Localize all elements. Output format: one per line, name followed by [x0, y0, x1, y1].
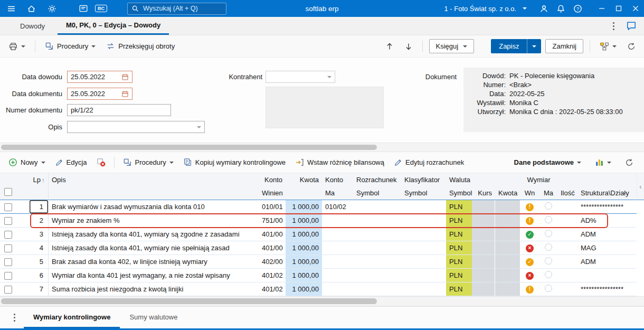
cell-klasyfikator[interactable]: [401, 255, 446, 269]
cell-kwota-waluta[interactable]: [495, 269, 520, 282]
copy-dimensions-button[interactable]: Kopiuj wymiary kontrolingowe: [180, 155, 289, 169]
grid-horizontal-scrollbar[interactable]: [0, 296, 644, 306]
column-subheader-klasyfikator-symbol[interactable]: Symbol: [401, 186, 446, 200]
search-input[interactable]: [142, 4, 222, 13]
column-header-rozrachunek[interactable]: Rozrachunek: [353, 173, 401, 186]
cell-klasyfikator[interactable]: [401, 241, 446, 255]
save-button[interactable]: Zapisz: [491, 39, 541, 53]
cell-waluta[interactable]: PLN: [446, 269, 472, 282]
column-header-waluta[interactable]: Waluta: [446, 173, 472, 186]
cell-konto-winien[interactable]: 401/00: [259, 228, 286, 241]
column-header-kurs[interactable]: Kurs: [472, 186, 495, 200]
cell-kwota[interactable]: 1 000,00: [286, 269, 322, 282]
close-document-button[interactable]: Zamknij: [545, 39, 583, 53]
cell-kurs[interactable]: [472, 269, 495, 282]
column-header-klasyfikator[interactable]: Klasyfikator: [401, 173, 446, 186]
row-checkbox[interactable]: [4, 231, 12, 239]
cell-ilosc[interactable]: [557, 214, 577, 228]
cell-struktura[interactable]: MAG: [577, 241, 637, 255]
column-group-wymiar[interactable]: Wymiar: [520, 173, 557, 186]
table-row[interactable]: 6Wymiar dla konta 401 jest wymagany, a n…: [0, 269, 637, 282]
cell-struktura[interactable]: ADM: [577, 255, 637, 269]
chart-view-button[interactable]: [592, 155, 614, 169]
grid-procedures-button[interactable]: Procedury: [120, 155, 177, 169]
grid-refresh-button[interactable]: [622, 156, 637, 169]
notifications-button[interactable]: [552, 0, 569, 17]
tab-sumy-walutowe[interactable]: Sumy walutowe: [120, 307, 187, 328]
workflow-button[interactable]: [596, 39, 620, 54]
column-subheader-rozrachunek-symbol[interactable]: Symbol: [353, 186, 401, 200]
cell-ilosc[interactable]: [557, 228, 577, 241]
cell-konto-ma[interactable]: 010/02: [322, 200, 353, 214]
cell-kurs[interactable]: [472, 282, 495, 296]
cell-struktura[interactable]: ADM: [577, 228, 637, 241]
column-header-lp[interactable]: Lp↑: [30, 173, 49, 186]
cell-kwota[interactable]: 1 000,00: [286, 214, 322, 228]
column-subheader-waluta-symbol[interactable]: Symbol: [446, 186, 472, 200]
table-row[interactable]: 4Istnieją zasady dla konta 401, wymiary …: [0, 241, 637, 255]
cell-kwota[interactable]: 1 000,00: [286, 200, 322, 214]
cell-waluta[interactable]: PLN: [446, 214, 472, 228]
cell-kwota-waluta[interactable]: [495, 241, 520, 255]
column-header-konto-ma[interactable]: Konto: [322, 173, 353, 186]
cell-ilosc[interactable]: [557, 255, 577, 269]
cell-kwota[interactable]: 1 000,00: [286, 282, 322, 296]
cell-kwota-waluta[interactable]: [495, 255, 520, 269]
splitter-scrollbar-thumb[interactable]: [1, 145, 377, 150]
cell-konto-winien[interactable]: 401/00: [259, 241, 286, 255]
help-button[interactable]: ?: [569, 0, 586, 17]
settings-button[interactable]: [43, 0, 60, 17]
cell-konto-winien[interactable]: 401/02: [259, 269, 286, 282]
transfer-turnover-button[interactable]: Przeksięguj obroty: [103, 39, 178, 53]
data-dowodu-input[interactable]: [71, 73, 121, 81]
cell-ilosc[interactable]: [557, 241, 577, 255]
cell-struktura[interactable]: AD%: [577, 214, 637, 228]
cell-konto-ma[interactable]: [322, 241, 353, 255]
cell-opis[interactable]: Wymiar ze znakiem %: [49, 214, 259, 228]
numer-dokumentu-field[interactable]: [67, 104, 171, 116]
cell-struktura[interactable]: ****************: [577, 200, 637, 214]
refresh-button[interactable]: [624, 40, 639, 53]
cell-kurs[interactable]: [472, 241, 495, 255]
cell-konto-ma[interactable]: [322, 228, 353, 241]
delete-row-button[interactable]: [93, 155, 109, 169]
data-dokumentu-field[interactable]: [67, 88, 132, 100]
cell-klasyfikator[interactable]: [401, 200, 446, 214]
cell-kurs[interactable]: [472, 255, 495, 269]
cell-waluta[interactable]: PLN: [446, 241, 472, 255]
cell-ilosc[interactable]: [557, 200, 577, 214]
cell-klasyfikator[interactable]: [401, 282, 446, 296]
form-grid-splitter[interactable]: [0, 143, 644, 152]
edit-settlement-button[interactable]: Edytuj rozrachunek: [391, 156, 467, 169]
cell-opis[interactable]: Brak zasad dla konta 402, w linijce istn…: [49, 255, 259, 269]
cell-opis[interactable]: Suma rozbicia jest niezgodna z kwotą lin…: [49, 282, 259, 296]
column-header-struktura[interactable]: Struktura\Działy: [577, 186, 637, 200]
move-down-button[interactable]: [401, 40, 416, 53]
row-checkbox[interactable]: [4, 258, 12, 266]
company-selector[interactable]: 1 - Foto Świat sp. z o.o.: [444, 5, 527, 13]
ksieguj-button[interactable]: Księguj: [429, 39, 475, 53]
user-button[interactable]: [535, 0, 552, 17]
cell-konto-ma[interactable]: [322, 282, 353, 296]
move-up-button[interactable]: [382, 40, 397, 53]
comment-icon[interactable]: [626, 21, 637, 31]
print-button[interactable]: [5, 39, 29, 54]
bc-badge-icon[interactable]: BC: [95, 5, 107, 12]
cell-kurs[interactable]: [472, 200, 495, 214]
cell-konto-winien[interactable]: 402/00: [259, 255, 286, 269]
new-row-button[interactable]: Nowy: [5, 155, 49, 169]
cell-rozrachunek[interactable]: [353, 255, 401, 269]
cell-konto-winien[interactable]: 401/02: [259, 282, 286, 296]
cell-kwota[interactable]: 1 000,00: [286, 241, 322, 255]
column-subheader-winien[interactable]: Winien: [259, 186, 286, 200]
cell-struktura[interactable]: [577, 269, 637, 282]
home-button[interactable]: [23, 0, 40, 17]
tab-active-document[interactable]: M0, PK, 0 – Edycja – Dowody: [58, 17, 169, 35]
data-dowodu-field[interactable]: [67, 71, 132, 83]
column-header-kwota[interactable]: Kwota: [286, 173, 322, 186]
cell-rozrachunek[interactable]: [353, 200, 401, 214]
calendar-icon[interactable]: [121, 73, 129, 81]
cell-rozrachunek[interactable]: [353, 214, 401, 228]
cell-rozrachunek[interactable]: [353, 269, 401, 282]
cell-waluta[interactable]: PLN: [446, 200, 472, 214]
